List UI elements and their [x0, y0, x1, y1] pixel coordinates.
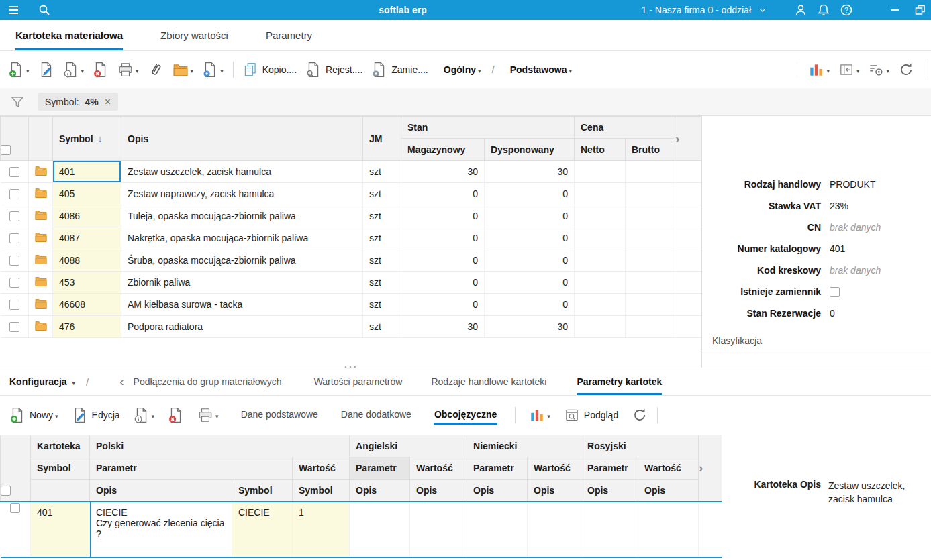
jm-cell[interactable]: szt [363, 183, 401, 205]
column-header-symbol[interactable]: Symbol [31, 457, 90, 480]
tab-rodzaje-handlowe[interactable]: Rodzaje handlowe kartoteki [431, 368, 546, 395]
notifications-button[interactable] [817, 3, 830, 17]
netto-cell[interactable] [575, 227, 626, 249]
netto-cell[interactable] [575, 183, 626, 205]
edit-document-button[interactable] [38, 62, 54, 78]
column-group-polski[interactable]: Polski [90, 435, 350, 457]
parametr-de-cell[interactable] [467, 502, 528, 557]
brutto-cell[interactable] [626, 227, 675, 249]
brutto-cell[interactable] [626, 183, 675, 205]
column-header-parametr-de[interactable]: Parametr [467, 457, 528, 480]
column-subheader-opis-pl[interactable]: Opis [90, 480, 232, 502]
netto-cell[interactable] [575, 205, 626, 227]
column-header-wartosc-en[interactable]: Wartość [410, 457, 467, 480]
row-checkbox[interactable] [9, 189, 19, 199]
parametr-ru-cell[interactable] [581, 502, 638, 557]
column-subheader-opis-en[interactable]: Opis [350, 480, 410, 502]
brutto-cell[interactable] [626, 161, 675, 183]
search-button[interactable] [38, 3, 51, 17]
jm-cell[interactable]: szt [363, 316, 401, 338]
print-button[interactable] [117, 62, 139, 78]
view-obcojezyczne[interactable]: Obcojęzyczne [434, 406, 497, 425]
column-group-cena[interactable]: Cena [575, 117, 675, 139]
wartosc-de-cell[interactable] [528, 502, 581, 557]
symbol-cell[interactable]: 453 [53, 272, 121, 294]
opis-cell[interactable]: Nakrętka, opaska mocująca-zbiornik paliw… [121, 227, 363, 249]
new-parameter-button[interactable]: Nowy [9, 407, 58, 423]
magazynowy-cell[interactable]: 30 [401, 161, 485, 183]
magazynowy-cell[interactable]: 0 [401, 249, 485, 272]
column-subheader-opis-ru[interactable]: Opis [581, 480, 638, 502]
chart-button[interactable] [808, 62, 830, 78]
wartosc-ru-cell[interactable] [638, 502, 699, 557]
scroll-tabs-left-button[interactable] [119, 368, 124, 395]
opis-cell[interactable]: Podpora radiatora [121, 316, 363, 338]
column-header-wartosc-pl[interactable]: Wartość [293, 457, 350, 480]
jm-cell[interactable]: szt [363, 205, 401, 227]
jm-cell[interactable]: szt [363, 161, 401, 183]
symbol-cell[interactable]: 46608 [53, 294, 121, 316]
view-selector-dropdown[interactable]: Ogólny [442, 64, 481, 75]
magazynowy-cell[interactable]: 0 [401, 272, 485, 294]
row-checkbox[interactable] [9, 211, 19, 221]
symbol-cell[interactable]: 4087 [53, 227, 121, 249]
row-checkbox[interactable] [10, 503, 20, 513]
netto-cell[interactable] [575, 316, 626, 338]
column-header-brutto[interactable]: Brutto [626, 139, 675, 161]
chart-button[interactable] [529, 407, 550, 423]
column-header-wartosc-ru[interactable]: Wartość [638, 457, 699, 480]
row-checkbox[interactable] [9, 233, 19, 243]
dysponowany-cell[interactable]: 0 [485, 183, 575, 205]
tab-podlaczenia-do-grup[interactable]: Podłączenia do grup materiałowych [134, 368, 282, 395]
konfiguracja-dropdown[interactable]: Konfiguracja [9, 368, 75, 395]
replace-button[interactable]: Zamie.... [371, 62, 428, 78]
filter-chip[interactable]: Symbol: 4% [38, 93, 118, 111]
folder-button[interactable] [173, 62, 194, 78]
dysponowany-cell[interactable]: 0 [485, 294, 575, 316]
wartosc-en-cell[interactable] [410, 502, 467, 557]
column-chooser-button[interactable] [675, 117, 702, 161]
document-filter-button[interactable] [202, 62, 224, 78]
opis-cell[interactable]: AM kiełbasa surowa - tacka [121, 294, 363, 316]
tab-parametry-kartotek[interactable]: Parametry kartotek [577, 368, 662, 395]
symbol-cell[interactable]: 401 [31, 502, 90, 557]
column-subheader-opis-de2[interactable]: Opis [528, 480, 581, 502]
table-row[interactable]: 401 CIECIE Czy generować zlecenia cięcia… [1, 502, 722, 557]
table-row[interactable]: 4086 Tuleja, opaska mocująca-zbiornik pa… [1, 205, 702, 227]
layout-selector-dropdown[interactable]: Podstawowa [508, 64, 572, 75]
opis-cell[interactable]: Śruba, opaska mocująca-zbiornik paliwa [121, 249, 363, 272]
company-selector[interactable]: 1 - Nasza firma 0 - oddział [642, 5, 767, 15]
tab-wartosci-parametrow[interactable]: Wartości parametrów [314, 368, 403, 395]
brutto-cell[interactable] [626, 249, 675, 272]
column-header-opis[interactable]: Opis [121, 117, 363, 161]
jm-cell[interactable]: szt [363, 272, 401, 294]
tab-parametry[interactable]: Parametry [266, 20, 312, 50]
symbol-cell[interactable]: 4088 [53, 249, 121, 272]
dysponowany-cell[interactable]: 0 [485, 205, 575, 227]
column-group-kartoteka[interactable]: Kartoteka [31, 435, 90, 457]
row-checkbox[interactable] [9, 256, 19, 266]
column-header-dysponowany[interactable]: Dysponowany [485, 139, 575, 161]
row-checkbox[interactable] [9, 278, 19, 288]
opis-cell[interactable]: Zestaw uszczelek, zacisk hamulca [121, 161, 363, 183]
magazynowy-cell[interactable]: 0 [401, 205, 485, 227]
tab-kartoteka-materialowa[interactable]: Kartoteka materiałowa [15, 20, 123, 50]
copy-button[interactable]: Kopio.... [242, 62, 297, 78]
netto-cell[interactable] [575, 161, 626, 183]
symbol-cell[interactable]: 476 [53, 316, 121, 338]
dysponowany-cell[interactable]: 0 [485, 272, 575, 294]
user-button[interactable] [794, 3, 807, 17]
column-header-wartosc-de[interactable]: Wartość [528, 457, 581, 480]
table-row[interactable]: 453 Zbiornik paliwa szt 0 0 [1, 272, 702, 294]
opis-cell[interactable]: Tuleja, opaska mocująca-zbiornik paliwa [121, 205, 363, 227]
column-group-angielski[interactable]: Angielski [350, 435, 467, 457]
brutto-cell[interactable] [626, 316, 675, 338]
help-button[interactable]: ? [840, 3, 853, 17]
sort-settings-button[interactable] [868, 62, 889, 78]
brutto-cell[interactable] [626, 294, 675, 316]
row-checkbox[interactable] [9, 167, 19, 177]
magazynowy-cell[interactable]: 30 [401, 316, 485, 338]
view-dane-podstawowe[interactable]: Dane podstawowe [240, 406, 319, 425]
new-document-button[interactable] [8, 62, 30, 78]
symbol-cell[interactable]: 401 [53, 161, 121, 183]
